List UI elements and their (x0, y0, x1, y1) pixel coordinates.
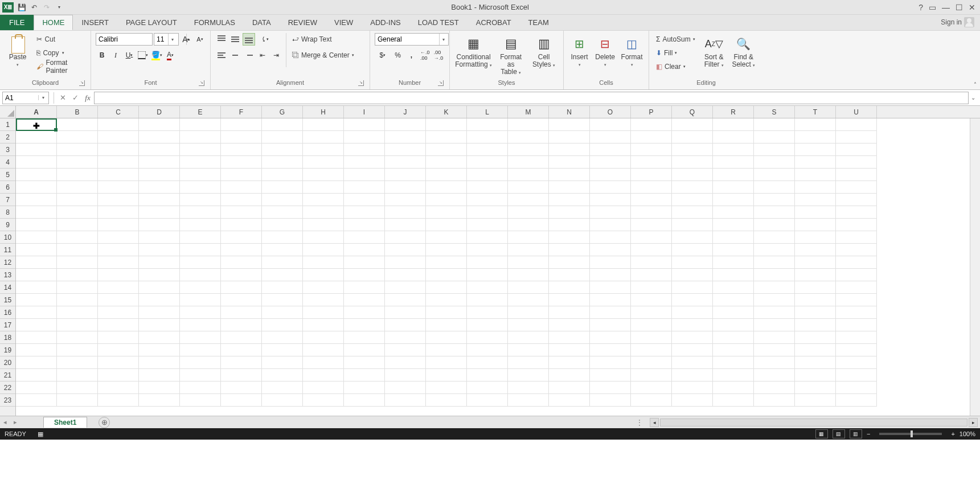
cell-O2[interactable] (590, 131, 631, 143)
cell-Q11[interactable] (672, 244, 713, 256)
cell-U20[interactable] (836, 356, 877, 369)
save-icon[interactable]: 💾 (17, 3, 26, 12)
cell-S20[interactable] (754, 356, 795, 369)
cell-F1[interactable] (221, 118, 262, 131)
cell-T12[interactable] (795, 256, 836, 269)
align-right-button[interactable] (243, 49, 255, 61)
cell-Q17[interactable] (672, 319, 713, 331)
cell-B23[interactable] (57, 394, 98, 407)
cell-G14[interactable] (262, 281, 303, 294)
column-header-J[interactable]: J (385, 106, 426, 118)
cell-Q9[interactable] (672, 219, 713, 231)
cell-O18[interactable] (590, 331, 631, 344)
row-header-15[interactable]: 15 (0, 294, 15, 306)
cell-I18[interactable] (344, 331, 385, 344)
cell-O23[interactable] (590, 394, 631, 407)
cell-E19[interactable] (180, 344, 221, 356)
new-sheet-button[interactable]: ⊕ (99, 417, 110, 428)
cell-K9[interactable] (426, 219, 467, 231)
italic-button[interactable]: I (109, 49, 122, 61)
cell-L15[interactable] (467, 294, 508, 306)
tab-loadtest[interactable]: LOAD TEST (409, 15, 468, 30)
cell-C17[interactable] (98, 319, 139, 331)
row-header-2[interactable]: 2 (0, 131, 15, 143)
cell-I7[interactable] (344, 194, 385, 206)
cell-R11[interactable] (713, 244, 754, 256)
cell-B20[interactable] (57, 356, 98, 369)
cell-F19[interactable] (221, 344, 262, 356)
cell-H19[interactable] (303, 344, 344, 356)
delete-cells-button[interactable]: ⊟ Delete▾ (594, 33, 616, 68)
cell-T14[interactable] (795, 281, 836, 294)
cell-K15[interactable] (426, 294, 467, 306)
cell-T22[interactable] (795, 382, 836, 394)
row-header-9[interactable]: 9 (0, 219, 15, 231)
cell-M10[interactable] (508, 231, 549, 244)
cell-H13[interactable] (303, 269, 344, 281)
cell-M16[interactable] (508, 306, 549, 319)
zoom-slider[interactable] (879, 433, 942, 435)
cell-G12[interactable] (262, 256, 303, 269)
cell-R3[interactable] (713, 143, 754, 156)
row-header-21[interactable]: 21 (0, 369, 15, 382)
cell-B22[interactable] (57, 382, 98, 394)
cell-D6[interactable] (139, 181, 180, 194)
row-header-4[interactable]: 4 (0, 156, 15, 169)
maximize-icon[interactable]: ☐ (956, 3, 963, 12)
cell-I1[interactable] (344, 118, 385, 131)
decrease-decimal-button[interactable]: .00→.0 (432, 49, 445, 61)
cell-R21[interactable] (713, 369, 754, 382)
copy-button[interactable]: ⎘Copy▾ (34, 47, 86, 59)
minimize-icon[interactable]: — (942, 3, 950, 12)
column-header-U[interactable]: U (836, 106, 877, 118)
cell-J9[interactable] (385, 219, 426, 231)
sheet-nav-next-icon[interactable]: ▸ (10, 419, 20, 426)
column-header-T[interactable]: T (795, 106, 836, 118)
cell-L13[interactable] (467, 269, 508, 281)
conditional-formatting-button[interactable]: ▦ ConditionalFormatting ▾ (454, 33, 493, 69)
cell-K5[interactable] (426, 169, 467, 181)
cell-P10[interactable] (631, 231, 672, 244)
cell-J4[interactable] (385, 156, 426, 169)
cell-M2[interactable] (508, 131, 549, 143)
cell-B6[interactable] (57, 181, 98, 194)
cell-F23[interactable] (221, 394, 262, 407)
cell-M20[interactable] (508, 356, 549, 369)
cell-J8[interactable] (385, 206, 426, 219)
cell-N7[interactable] (549, 194, 590, 206)
cell-F15[interactable] (221, 294, 262, 306)
cell-Q12[interactable] (672, 256, 713, 269)
cell-O19[interactable] (590, 344, 631, 356)
cell-G6[interactable] (262, 181, 303, 194)
tab-view[interactable]: VIEW (326, 15, 362, 30)
formula-input[interactable] (94, 92, 969, 104)
cell-L16[interactable] (467, 306, 508, 319)
cell-D16[interactable] (139, 306, 180, 319)
cell-I16[interactable] (344, 306, 385, 319)
row-header-18[interactable]: 18 (0, 331, 15, 344)
cell-C19[interactable] (98, 344, 139, 356)
cell-N1[interactable] (549, 118, 590, 131)
comma-format-button[interactable]: , (405, 49, 418, 61)
cell-E11[interactable] (180, 244, 221, 256)
cell-N12[interactable] (549, 256, 590, 269)
cell-D22[interactable] (139, 382, 180, 394)
row-header-22[interactable]: 22 (0, 382, 15, 394)
row-header-8[interactable]: 8 (0, 206, 15, 219)
cell-K1[interactable] (426, 118, 467, 131)
cell-I5[interactable] (344, 169, 385, 181)
wrap-text-button[interactable]: ⮐Wrap Text (290, 33, 356, 46)
cell-C15[interactable] (98, 294, 139, 306)
normal-view-button[interactable]: ▦ (815, 429, 828, 438)
cell-A10[interactable] (16, 231, 57, 244)
cell-N22[interactable] (549, 382, 590, 394)
cell-C18[interactable] (98, 331, 139, 344)
cell-C3[interactable] (98, 143, 139, 156)
cell-J5[interactable] (385, 169, 426, 181)
cell-P22[interactable] (631, 382, 672, 394)
cell-A11[interactable] (16, 244, 57, 256)
cell-O15[interactable] (590, 294, 631, 306)
cell-E2[interactable] (180, 131, 221, 143)
format-painter-button[interactable]: Format Painter (34, 60, 86, 73)
cell-A16[interactable] (16, 306, 57, 319)
